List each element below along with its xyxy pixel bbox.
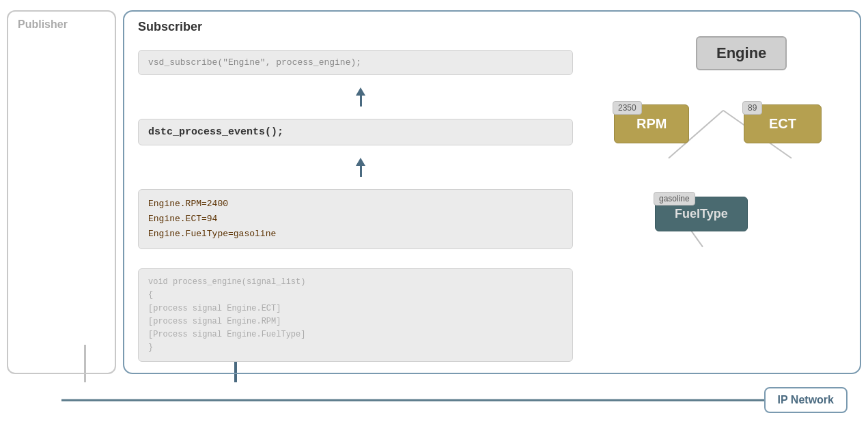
small-arrow-up-2 [138,158,573,177]
main-container: Publisher Subscriber vsd_subscribe("Engi… [7,7,861,419]
engine-node: Engine [696,36,787,70]
network-line [61,399,848,401]
shaft-1 [360,96,362,106]
shaft-2 [360,166,362,177]
arrowhead-up-2 [356,158,365,166]
subscriber-box: Subscriber vsd_subscribe("Engine", proce… [123,10,861,374]
network-bar: IP Network [7,381,861,419]
process-func-block: void process_engine(signal_list) { [proc… [138,268,573,362]
subscriber-left-panel: vsd_subscribe("Engine", process_engine);… [138,23,573,362]
ip-network-label: IP Network [764,387,848,413]
fueltype-value-badge: gasoline [654,192,695,205]
arrowhead-up-1 [356,87,365,96]
top-area: Publisher Subscriber vsd_subscribe("Engi… [7,7,861,378]
small-arrow-up-1 [138,87,573,106]
arrow-shaft-1 [356,87,365,106]
subscriber-right-panel: Engine 2350 RPM 89 ECT [587,23,846,362]
rpm-value-badge: 2350 [613,101,642,115]
ect-value-badge: 89 [742,101,762,115]
tree-lines-svg [587,23,846,362]
process-events-block: dstc_process_events(); [138,119,573,145]
publisher-title: Publisher [18,18,105,31]
publisher-box: Publisher [7,10,116,374]
subscribe-call-block: vsd_subscribe("Engine", process_engine); [138,50,573,75]
arrow-shaft-2 [356,158,365,177]
engine-data-block: Engine.RPM=2400 Engine.ECT=94 Engine.Fue… [138,189,573,249]
